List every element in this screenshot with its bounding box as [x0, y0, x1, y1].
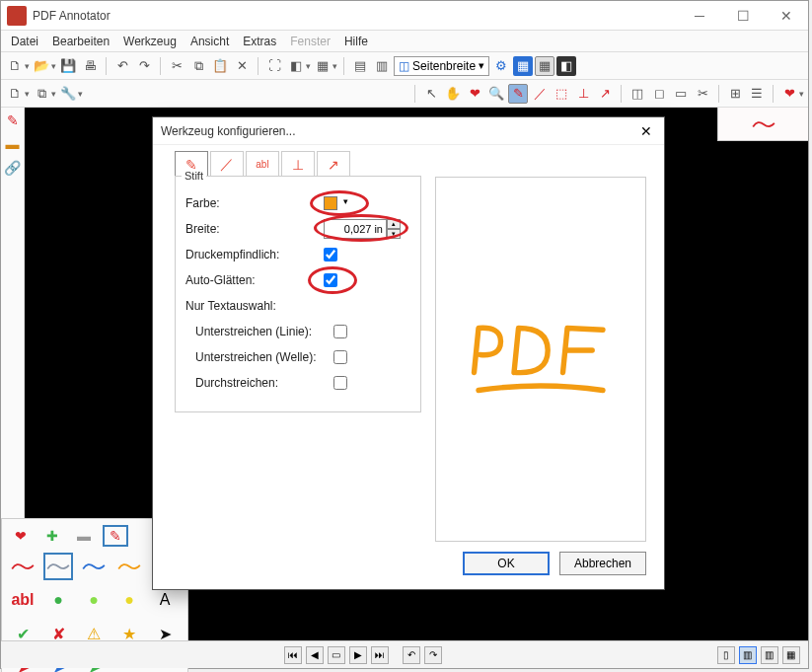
checkbox-durch[interactable]	[333, 376, 347, 390]
view-single-icon[interactable]: ▯	[717, 646, 735, 664]
menu-werkzeug[interactable]: Werkzeug	[119, 33, 181, 50]
close-button[interactable]: ✕	[765, 1, 808, 31]
preset-text-red[interactable]: abl	[8, 586, 37, 614]
sidebar-icon[interactable]: ◧	[286, 56, 306, 76]
undo-icon[interactable]: ↶	[112, 56, 132, 76]
minimize-button[interactable]: ─	[678, 1, 721, 31]
fullscreen-icon[interactable]: ⛶	[264, 56, 284, 76]
new-icon[interactable]: 🗋	[5, 56, 25, 76]
checkbox-druck[interactable]	[324, 248, 337, 261]
tab-stamp-icon[interactable]: ⊥	[281, 151, 315, 177]
panel-icon[interactable]: ▦	[313, 56, 332, 76]
marker-tool-icon[interactable]: ／	[530, 84, 550, 104]
nav-next-icon[interactable]: ▶	[349, 646, 367, 664]
pen-left-icon[interactable]: ✎	[4, 112, 22, 129]
width-input[interactable]	[324, 219, 387, 239]
menu-hilfe[interactable]: Hilfe	[340, 33, 372, 50]
palette-add-icon[interactable]: ✚	[39, 525, 65, 547]
checkbox-unter-welle[interactable]	[333, 350, 347, 364]
cut-icon[interactable]: ✂	[167, 56, 186, 76]
rotate-right-icon[interactable]: ↷	[424, 646, 442, 664]
ok-button[interactable]: OK	[463, 552, 550, 575]
settings-icon[interactable]: 🔧	[58, 84, 78, 104]
view-two-cont-icon[interactable]: ▦	[782, 646, 800, 664]
preset-squiggle-gray[interactable]	[43, 553, 73, 580]
label-unter-welle: Unterstreichen (Welle):	[195, 350, 333, 364]
status-bar: ⏮ ◀ ▭ ▶ ⏭ ↶ ↷ ▯ ▥ ▥ ▦	[1, 640, 808, 668]
card-left-icon[interactable]: ▬	[4, 135, 22, 153]
paste-icon[interactable]: 📋	[210, 56, 230, 76]
tab-marker-icon[interactable]: ／	[210, 151, 244, 177]
nav-page-icon[interactable]: ▭	[328, 646, 345, 664]
toolbar-tools: 🗋▾ ⧉▾ 🔧▾ ↖ ✋ ❤ 🔍 ✎ ／ ⬚ ⊥ ↗ ◫ ◻ ▭ ✂ ⊞ ☰ ❤…	[1, 80, 808, 108]
copy-icon[interactable]: ⧉	[188, 56, 208, 76]
nav-first-icon[interactable]: ⏮	[284, 646, 302, 664]
zoom-out-icon[interactable]: ⚙	[491, 56, 511, 76]
menu-ansicht[interactable]: Ansicht	[186, 33, 233, 50]
checkbox-unter-linie[interactable]	[333, 325, 347, 338]
tab-text-icon[interactable]: abl	[246, 151, 279, 177]
redo-icon[interactable]: ↷	[134, 56, 154, 76]
nav-last-icon[interactable]: ⏭	[371, 646, 389, 664]
zoom-tool-icon[interactable]: 🔍	[486, 84, 506, 104]
delete-icon[interactable]: ✕	[232, 56, 252, 76]
arrow-tool-icon[interactable]: ↗	[595, 84, 615, 104]
layout-icon[interactable]: ▥	[372, 56, 392, 76]
preset-text-a[interactable]: A	[150, 586, 180, 614]
palette-del-icon[interactable]: ▬	[71, 525, 97, 547]
stamp-tool-icon[interactable]: ⊥	[573, 84, 593, 104]
configure-tool-dialog: Werkzeug konfigurieren... ✕ ✎ ／ abl ⊥ ↗ …	[152, 116, 665, 590]
checkbox-auto[interactable]	[324, 273, 337, 287]
preset-squiggle-red[interactable]	[8, 553, 37, 580]
menu-datei[interactable]: Datei	[7, 33, 42, 50]
color-dropdown-icon[interactable]: ▾	[343, 196, 348, 210]
shape1-icon[interactable]: ◻	[649, 84, 669, 104]
pen-tool-icon[interactable]: ✎	[508, 84, 528, 104]
menu-bearbeiten[interactable]: Bearbeiten	[48, 33, 113, 50]
label-druck: Druckempfindlich:	[185, 248, 324, 261]
open-icon[interactable]: 📂	[32, 56, 51, 76]
shape2-icon[interactable]: ▭	[671, 84, 691, 104]
align-icon[interactable]: ☰	[747, 84, 767, 104]
crop-icon[interactable]: ✂	[693, 84, 712, 104]
preset-dot-green[interactable]: ●	[43, 586, 73, 614]
view-two-icon[interactable]: ▥	[761, 646, 778, 664]
color-swatch[interactable]	[324, 196, 337, 210]
text-tool-icon[interactable]: ⬚	[552, 84, 571, 104]
save-icon[interactable]: 💾	[58, 56, 78, 76]
eraser-icon[interactable]: ◫	[627, 84, 647, 104]
cancel-button[interactable]: Abbrechen	[559, 552, 646, 575]
preset-squiggle-blue[interactable]	[79, 553, 109, 580]
hand-icon[interactable]: ✋	[443, 84, 463, 104]
preset-dot-lgreen[interactable]: ●	[79, 586, 109, 614]
cursor-icon[interactable]: ↖	[421, 84, 441, 104]
print-icon[interactable]: 🖶	[80, 56, 100, 76]
view2-icon[interactable]: ▦	[535, 56, 554, 76]
dialog-close-icon[interactable]: ✕	[636, 121, 656, 141]
heart-tool-icon[interactable]: ❤	[465, 84, 484, 104]
nav-prev-icon[interactable]: ◀	[306, 646, 324, 664]
zoom-combo[interactable]: ◫ Seitenbreite ▾	[394, 56, 489, 76]
palette-fav-icon[interactable]: ❤	[8, 525, 34, 547]
fav-heart-icon[interactable]: ❤	[779, 84, 799, 104]
menu-fenster: Fenster	[286, 33, 334, 50]
preset-dot-yellow[interactable]: ●	[114, 586, 144, 614]
maximize-button[interactable]: ☐	[721, 1, 765, 31]
copytool-icon[interactable]: ⧉	[32, 84, 51, 104]
menu-extras[interactable]: Extras	[239, 33, 280, 50]
link-left-icon[interactable]: 🔗	[4, 159, 22, 177]
preset-squiggle-orange[interactable]	[114, 553, 144, 580]
rotate-left-icon[interactable]: ↶	[403, 646, 420, 664]
snap-icon[interactable]: ⊞	[725, 84, 745, 104]
view3-icon[interactable]: ◧	[556, 56, 576, 76]
view-cont-icon[interactable]: ▥	[739, 646, 757, 664]
group-legend: Stift	[182, 170, 206, 182]
width-spinner[interactable]: ▴▾	[387, 219, 401, 239]
menu-bar: Datei Bearbeiten Werkzeug Ansicht Extras…	[1, 31, 808, 52]
tab-arrow-icon[interactable]: ↗	[317, 151, 350, 177]
palette-pen-icon[interactable]: ✎	[103, 525, 128, 547]
newdoc-icon[interactable]: 🗋	[5, 84, 25, 104]
title-bar: PDF Annotator ─ ☐ ✕	[1, 1, 808, 31]
page-icon[interactable]: ▤	[350, 56, 370, 76]
view1-icon[interactable]: ▦	[513, 56, 533, 76]
